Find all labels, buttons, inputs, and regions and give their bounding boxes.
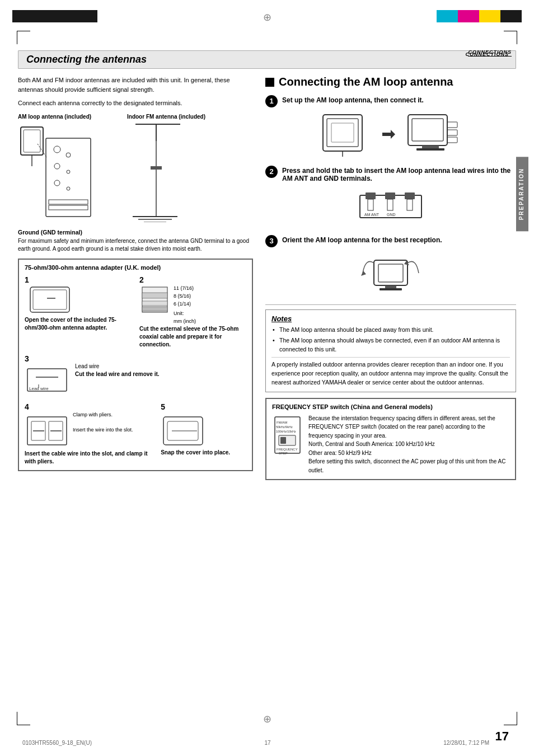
- svg-rect-54: [366, 192, 376, 199]
- svg-rect-52: [447, 137, 457, 143]
- svg-rect-50: [447, 122, 457, 128]
- svg-marker-65: [361, 271, 366, 276]
- adapter-step2-desc: Cut the external sleeve of the 75-ohm co…: [139, 325, 246, 349]
- svg-text:AM ANT: AM ANT: [364, 213, 380, 217]
- adapter-step5-num: 5: [161, 402, 246, 411]
- main-content-wrapper: Connecting the antennas Both AM and FM i…: [12, 50, 522, 480]
- corner-mark-bottom-right: [504, 712, 517, 725]
- svg-rect-10: [24, 130, 40, 152]
- freq-content: FM/AM 50kHz/9kHz 100kHz/10kHz FREQUENCY …: [272, 414, 509, 475]
- adapter-step2: 2 11 (7/16): [139, 275, 246, 349]
- color-block-black2: [34, 10, 55, 22]
- am-step1-title: Set up the AM loop antenna, then connect…: [282, 95, 424, 104]
- fm-antenna-diagram: Indoor FM antenna (included): [116, 114, 253, 223]
- adapter-step2-img: [139, 284, 170, 315]
- right-column: Connecting the AM loop antenna 1 Set up …: [265, 76, 516, 480]
- svg-rect-49: [416, 148, 444, 151]
- svg-text:GND: GND: [387, 213, 396, 217]
- freq-box: FREQUENCY STEP switch (China and General…: [265, 398, 516, 481]
- black-square-icon: [265, 78, 274, 87]
- am-step2-header: 2 Press and hold the tab to insert the A…: [265, 166, 516, 182]
- color-block-black3: [55, 10, 76, 22]
- color-block-black5: [500, 10, 522, 22]
- color-block-cyan: [437, 10, 458, 22]
- svg-rect-51: [447, 130, 457, 135]
- step1-img-after: [405, 112, 467, 157]
- section-title: Connecting the antennas: [26, 54, 508, 65]
- svg-rect-58: [387, 199, 393, 210]
- am-step1-block: 1 Set up the AM loop antenna, then conne…: [265, 95, 516, 157]
- svg-rect-63: [378, 264, 403, 282]
- svg-rect-21: [30, 287, 69, 312]
- svg-rect-73: [280, 437, 286, 444]
- top-color-blocks-left: [12, 10, 97, 22]
- svg-rect-67: [380, 288, 402, 290]
- divider: [265, 304, 516, 305]
- footer-left: 0103HTR5560_9-18_EN(U): [22, 740, 92, 746]
- svg-rect-59: [407, 199, 413, 210]
- svg-rect-42: [331, 123, 354, 142]
- svg-rect-48: [422, 145, 439, 148]
- antenna-diagram-area: AM loop antenna (included): [18, 114, 253, 223]
- am-antenna-label: AM loop antenna (included): [18, 114, 110, 120]
- svg-text:FM/AM: FM/AM: [277, 421, 287, 424]
- ground-text: For maximum safety and minimum interfere…: [18, 237, 253, 253]
- adapter-step4-desc: Insert the cable wire into the slot, and…: [25, 450, 153, 466]
- note-para: A properly installed outdoor antenna pro…: [271, 357, 510, 387]
- adapter-step5-desc: Snap the cover into place.: [161, 449, 246, 457]
- am-step2-title: Press and hold the tab to insert the AM …: [282, 166, 516, 182]
- notes-box: Notes • The AM loop antenna should be pl…: [265, 309, 516, 392]
- color-block-magenta: [458, 10, 479, 22]
- svg-text:Lead wire: Lead wire: [29, 386, 49, 391]
- section-header: Connecting the antennas: [18, 50, 516, 69]
- step3-img: [357, 252, 424, 297]
- svg-rect-8: [49, 205, 88, 210]
- adapter-step5-img: [161, 411, 205, 448]
- svg-rect-26: [142, 301, 167, 306]
- svg-rect-47: [412, 119, 443, 141]
- svg-rect-66: [385, 285, 396, 288]
- svg-point-2: [66, 153, 71, 157]
- step2-img: AM ANT GND: [354, 187, 427, 226]
- svg-rect-40: [323, 115, 362, 151]
- svg-rect-55: [385, 192, 395, 199]
- svg-point-6: [67, 187, 70, 190]
- svg-rect-9: [21, 127, 43, 155]
- step2-images: AM ANT GND: [265, 187, 516, 226]
- page-number: 17: [495, 729, 509, 744]
- preparation-sidebar: PREPARATION: [516, 157, 528, 231]
- adapter-step1-num: 1: [25, 275, 132, 284]
- adapter-step3: 3 Lead wire Lead wire Cut the lead wire …: [25, 354, 246, 397]
- svg-point-1: [54, 146, 60, 153]
- fm-antenna-svg: [116, 121, 197, 222]
- top-center-cross: ⊕: [263, 11, 271, 24]
- svg-marker-45: [382, 130, 395, 139]
- adapter-step3-num: 3: [25, 354, 246, 363]
- corner-mark-top-left: [17, 31, 30, 44]
- clamp1-label: Clamp with pliers.: [73, 411, 133, 419]
- corner-mark-bottom-left: [17, 712, 30, 725]
- svg-rect-16: [151, 166, 162, 170]
- svg-rect-7: [49, 200, 88, 204]
- svg-point-5: [54, 180, 60, 186]
- top-color-blocks-right: [437, 10, 522, 22]
- am-step3-title: Orient the AM loop antenna for the best …: [282, 235, 442, 244]
- adapter-step3-img: Lead wire: [25, 363, 69, 397]
- am-antenna-svg: [18, 121, 107, 222]
- am-section-header: Connecting the AM loop antenna: [265, 76, 516, 88]
- svg-rect-27: [142, 307, 167, 311]
- am-antenna-diagram: AM loop antenna (included): [18, 114, 110, 223]
- adapter-step1: 1 Open the cover of the included 75-ohm/…: [25, 275, 132, 349]
- ground-section: Ground (GND terminal) For maximum safety…: [18, 229, 253, 253]
- am-step1-header: 1 Set up the AM loop antenna, then conne…: [265, 95, 516, 107]
- step1-img-before: [315, 112, 371, 157]
- freq-switch-svg: FM/AM 50kHz/9kHz 100kHz/10kHz FREQUENCY …: [272, 414, 303, 456]
- step1-images: [265, 112, 516, 157]
- adapter-steps-row2: 4 Clamp with pliers.: [25, 402, 246, 466]
- ground-title: Ground (GND terminal): [18, 229, 253, 236]
- am-step3-header: 3 Orient the AM loop antenna for the bes…: [265, 235, 516, 247]
- color-block-yellow: [479, 10, 500, 22]
- am-section-title: Connecting the AM loop antenna: [279, 76, 453, 88]
- step3-images: [265, 252, 516, 297]
- adapter-step4-img: [25, 411, 69, 448]
